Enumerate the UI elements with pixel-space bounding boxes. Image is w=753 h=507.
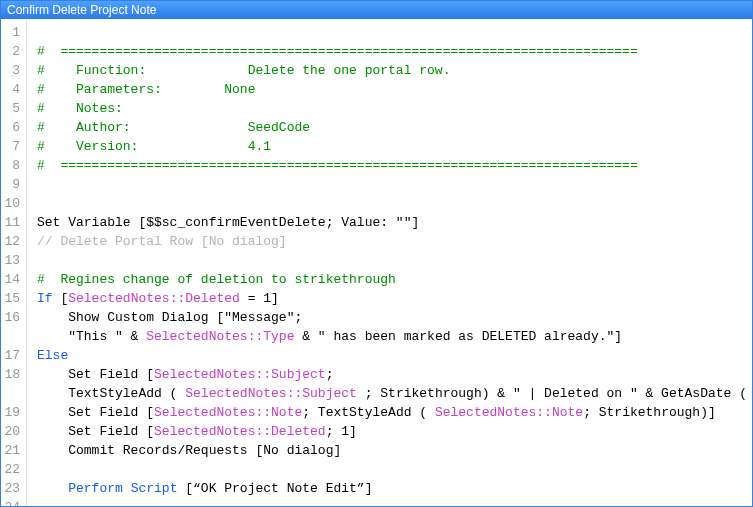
line-number: 14 [3,270,20,289]
code-token: ] [411,215,419,230]
code-token [37,481,68,496]
code-line[interactable]: # Version: 4.1 [37,137,752,156]
code-line[interactable]: # Parameters: None [37,80,752,99]
line-number: 8 [3,156,20,175]
line-number: 1 [3,23,20,42]
script-window: Confirm Delete Project Note 123456789101… [0,0,753,507]
code-line[interactable] [37,175,752,194]
code-line[interactable]: Else [37,346,752,365]
code-token: SelectedNotes::Note [435,405,583,420]
line-number: 16 [3,308,20,327]
line-number: 9 [3,175,20,194]
line-number: 4 [3,80,20,99]
line-number: 2 [3,42,20,61]
line-number-gutter: 1234567891011121314151617181920212223242… [1,19,27,506]
line-number: 13 [3,251,20,270]
code-token: ; TextStyleAdd ( [302,405,435,420]
code-token: Show Custom Dialog ["Message"; [37,310,302,325]
line-number: 20 [3,422,20,441]
code-token: # ======================================… [37,44,638,59]
line-number-blank [3,327,20,346]
line-number: 18 [3,365,20,384]
code-line[interactable]: # ======================================… [37,42,752,61]
code-line-continuation[interactable]: "This " & SelectedNotes::Type & " has be… [37,327,752,346]
code-line[interactable] [37,460,752,479]
code-token: # ======================================… [37,158,638,173]
code-line[interactable] [37,251,752,270]
code-token: If [37,291,53,306]
code-token: // Delete Portal Row [No dialog] [37,234,287,249]
code-token: SelectedNotes::Subject [185,386,357,401]
code-token: # Function: Delete the one portal row. [37,63,450,78]
code-token: $$sc_confirmEventDelete; Value: "" [146,215,411,230]
code-token: # Regines change of deletion to striketh… [37,272,396,287]
script-editor: 1234567891011121314151617181920212223242… [1,19,752,506]
line-number: 7 [3,137,20,156]
code-token: ; Strikethrough)] [583,405,716,420]
window-titlebar[interactable]: Confirm Delete Project Note [1,1,752,19]
code-token: Else [37,348,68,363]
code-line[interactable] [37,194,752,213]
code-token: Set Field [ [37,424,154,439]
code-area[interactable]: # ======================================… [27,19,752,506]
line-number: 3 [3,61,20,80]
code-line[interactable] [37,498,752,506]
code-token: ; Strikethrough) & " | Deleted on " & Ge… [357,386,752,401]
line-number: 6 [3,118,20,137]
code-token: Set Field [ [37,367,154,382]
code-token: Commit Records/Requests [No dialog] [37,443,341,458]
code-token: SelectedNotes::Type [146,329,294,344]
line-number: 23 [3,479,20,498]
code-line[interactable]: Commit Records/Requests [No dialog] [37,441,752,460]
line-number: 5 [3,99,20,118]
code-line[interactable]: Show Custom Dialog ["Message"; [37,308,752,327]
line-number: 17 [3,346,20,365]
code-token: = 1] [240,291,279,306]
window-title: Confirm Delete Project Note [7,3,156,17]
code-token: SelectedNotes::Note [154,405,302,420]
line-number: 12 [3,232,20,251]
code-token: # Parameters: None [37,82,255,97]
code-token: ; [326,367,334,382]
line-number: 19 [3,403,20,422]
code-line[interactable]: Set Variable [$$sc_confirmEventDelete; V… [37,213,752,232]
line-number-blank [3,384,20,403]
line-number: 11 [3,213,20,232]
line-number: 24 [3,498,20,506]
code-token: # Author: SeedCode [37,120,310,135]
code-line[interactable]: # Notes: [37,99,752,118]
line-number: 22 [3,460,20,479]
code-token: SelectedNotes::Subject [154,367,326,382]
code-token: ; 1] [326,424,357,439]
code-token: [ [53,291,69,306]
code-line[interactable]: // Delete Portal Row [No dialog] [37,232,752,251]
code-line[interactable]: # Function: Delete the one portal row. [37,61,752,80]
code-line[interactable]: Set Field [SelectedNotes::Subject; [37,365,752,384]
line-number: 10 [3,194,20,213]
code-token: # Notes: [37,101,123,116]
code-line[interactable]: # ======================================… [37,156,752,175]
code-line-continuation[interactable]: TextStyleAdd ( SelectedNotes::Subject ; … [37,384,752,403]
code-line[interactable]: Perform Script [“OK Project Note Edit”] [37,479,752,498]
line-number: 21 [3,441,20,460]
code-token: "This " & [37,329,146,344]
code-line[interactable]: # Regines change of deletion to striketh… [37,270,752,289]
code-line[interactable] [37,23,752,42]
code-token: TextStyleAdd ( [37,386,185,401]
code-token: Set Variable [ [37,215,146,230]
code-line[interactable]: Set Field [SelectedNotes::Deleted; 1] [37,422,752,441]
code-token: [“OK Project Note Edit”] [177,481,372,496]
code-token: SelectedNotes::Deleted [68,291,240,306]
code-token: Perform Script [68,481,177,496]
code-token: & " has been marked as DELETED already."… [294,329,622,344]
line-number: 15 [3,289,20,308]
code-line[interactable]: If [SelectedNotes::Deleted = 1] [37,289,752,308]
code-token: # Version: 4.1 [37,139,271,154]
code-line[interactable]: # Author: SeedCode [37,118,752,137]
code-token: SelectedNotes::Deleted [154,424,326,439]
code-line[interactable]: Set Field [SelectedNotes::Note; TextStyl… [37,403,752,422]
code-token: Set Field [ [37,405,154,420]
